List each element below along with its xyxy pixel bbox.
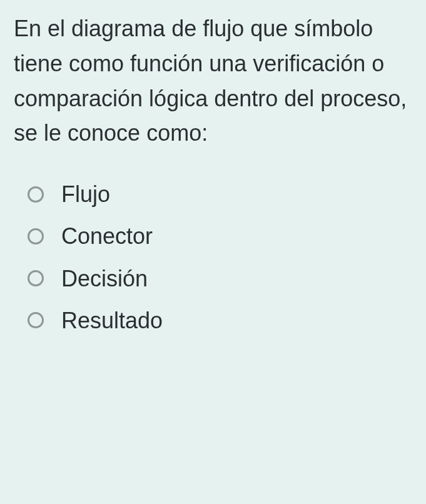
option-label: Decisión (61, 265, 148, 292)
question-text: En el diagrama de flujo que símbolo tien… (14, 11, 412, 151)
option-decision[interactable]: Decisión (28, 265, 412, 292)
option-resultado[interactable]: Resultado (28, 307, 412, 334)
radio-icon[interactable] (28, 270, 44, 286)
option-label: Conector (61, 223, 153, 249)
options-list: Flujo Conector Decisión Resultado (14, 181, 412, 334)
radio-icon[interactable] (28, 228, 44, 244)
option-conector[interactable]: Conector (28, 223, 412, 249)
option-label: Resultado (61, 307, 163, 334)
radio-icon[interactable] (28, 186, 44, 203)
radio-icon[interactable] (28, 312, 44, 328)
option-flujo[interactable]: Flujo (28, 181, 412, 208)
option-label: Flujo (61, 181, 110, 208)
